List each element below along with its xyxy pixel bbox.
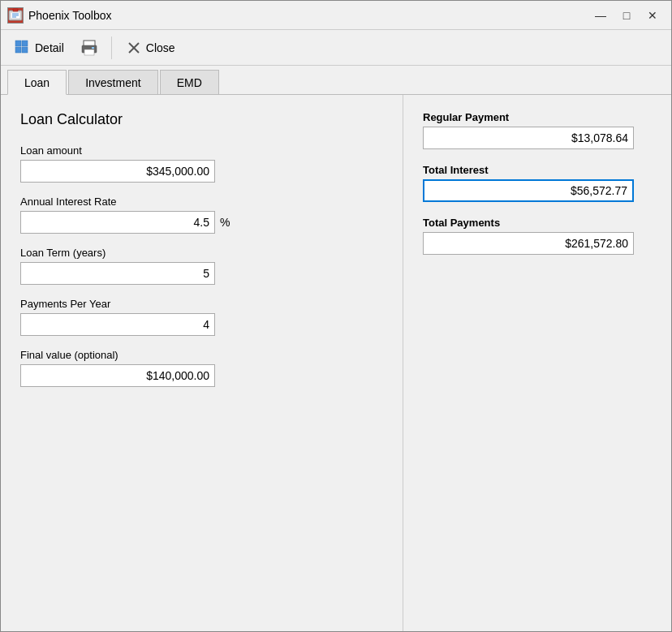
panel-title: Loan Calculator [20,111,383,128]
svg-rect-12 [84,49,94,55]
loan-amount-input[interactable] [20,160,215,183]
final-value-row [20,364,383,387]
loan-amount-group: Loan amount [20,144,383,183]
window-title: Phoenix Toolbox [28,9,111,22]
payments-per-year-group: Payments Per Year [20,298,383,336]
main-window: Phoenix Toolbox — □ ✕ Detail [0,0,672,632]
close-window-button[interactable]: ✕ [640,6,665,25]
title-bar: Phoenix Toolbox — □ ✕ [1,1,671,30]
svg-rect-7 [22,41,28,46]
print-button[interactable] [74,36,105,60]
tab-emd-label: EMD [177,76,202,89]
svg-rect-9 [22,47,28,53]
tab-loan-label: Loan [24,76,50,89]
app-icon [7,7,24,24]
tab-investment-label: Investment [85,76,140,89]
detail-button[interactable]: Detail [7,36,71,60]
svg-rect-6 [15,41,21,46]
tab-emd[interactable]: EMD [160,70,219,94]
left-panel: Loan Calculator Loan amount Annual Inter… [1,95,403,631]
close-button[interactable]: Close [118,36,182,60]
printer-icon [80,39,98,57]
final-value-label: Final value (optional) [20,349,383,361]
grid-icon [14,39,32,57]
tab-loan[interactable]: Loan [7,70,67,95]
percent-unit: % [220,216,230,229]
loan-amount-row [20,160,383,183]
loan-term-label: Loan Term (years) [20,247,383,259]
total-payments-input[interactable] [423,232,634,255]
regular-payment-group: Regular Payment [423,111,652,149]
total-interest-label: Total Interest [423,164,652,176]
toolbar: Detail Close [1,30,671,66]
final-value-group: Final value (optional) [20,349,383,387]
loan-term-group: Loan Term (years) [20,247,383,285]
total-interest-input[interactable] [423,179,634,202]
svg-rect-5 [13,9,18,11]
payments-per-year-input[interactable] [20,313,215,336]
tab-bar: Loan Investment EMD [1,66,671,95]
toolbar-separator [111,37,112,59]
minimize-button[interactable]: — [588,6,613,25]
total-payments-label: Total Payments [423,217,652,229]
regular-payment-input[interactable] [423,127,634,149]
regular-payment-label: Regular Payment [423,111,652,123]
final-value-input[interactable] [20,364,215,387]
payments-per-year-row [20,313,383,336]
annual-rate-label: Annual Interest Rate [20,196,383,208]
total-payments-group: Total Payments [423,217,652,255]
annual-rate-group: Annual Interest Rate % [20,196,383,234]
loan-term-input[interactable] [20,262,215,285]
annual-rate-row: % [20,211,383,234]
right-panel: Regular Payment Total Interest Total Pay… [403,95,671,631]
title-bar-left: Phoenix Toolbox [7,7,111,24]
maximize-button[interactable]: □ [614,6,639,25]
svg-rect-13 [92,47,94,49]
loan-term-row [20,262,383,285]
annual-rate-input[interactable] [20,211,215,234]
payments-per-year-label: Payments Per Year [20,298,383,310]
content-area: Loan Calculator Loan amount Annual Inter… [1,95,671,631]
close-icon [125,39,143,57]
detail-label: Detail [35,41,64,54]
title-controls: — □ ✕ [588,6,665,25]
close-label: Close [146,41,175,54]
svg-rect-8 [15,47,21,53]
loan-amount-label: Loan amount [20,144,383,157]
tab-investment[interactable]: Investment [68,70,157,94]
total-interest-group: Total Interest [423,164,652,202]
